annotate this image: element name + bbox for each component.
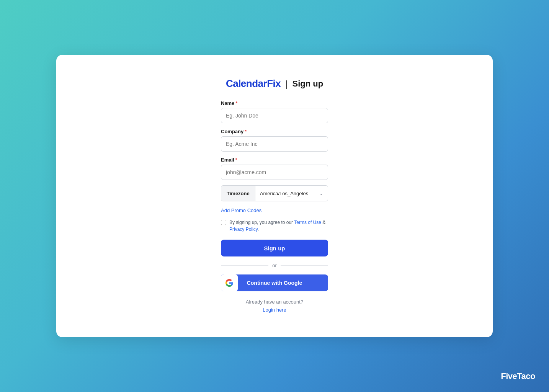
google-icon-box: [221, 274, 238, 291]
email-field-group: Email *: [221, 157, 328, 180]
name-input[interactable]: [221, 108, 328, 123]
name-label: Name *: [221, 100, 328, 106]
signup-card: CalendarFix | Sign up Name * Company * E…: [56, 55, 493, 337]
timezone-label: Timezone: [221, 186, 255, 201]
promo-codes-container: Add Promo Codes: [221, 207, 328, 214]
already-account-text: Already have an account? Login here: [246, 298, 303, 314]
brand-name: CalendarFix: [226, 78, 281, 90]
company-field-group: Company *: [221, 129, 328, 152]
divider-line-right: [281, 265, 328, 266]
form-container: CalendarFix | Sign up Name * Company * E…: [221, 78, 328, 314]
google-signin-button[interactable]: Continue with Google: [221, 274, 328, 291]
name-required-star: *: [235, 101, 237, 106]
signup-button[interactable]: Sign up: [221, 240, 328, 256]
or-text: or: [272, 263, 277, 268]
timezone-value: America/Los_Angeles: [260, 191, 308, 196]
terms-checkbox[interactable]: [221, 220, 226, 225]
name-field-group: Name *: [221, 100, 328, 123]
google-button-label: Continue with Google: [238, 280, 328, 286]
terms-row: By signing up, you agree to our Terms of…: [221, 219, 328, 233]
brand-header: CalendarFix | Sign up: [226, 78, 323, 90]
email-label: Email *: [221, 157, 328, 163]
privacy-policy-link[interactable]: Privacy Policy: [229, 227, 258, 232]
fivetaco-watermark: FiveTaco: [501, 371, 535, 381]
terms-of-use-link[interactable]: Terms of Use: [294, 220, 321, 225]
google-g-icon: [225, 279, 234, 287]
timezone-select[interactable]: America/Los_Angeles ⌄: [255, 186, 328, 201]
company-input[interactable]: [221, 136, 328, 152]
page-title: Sign up: [292, 79, 323, 89]
brand-separator: |: [285, 78, 288, 89]
email-input[interactable]: [221, 165, 328, 180]
email-required-star: *: [235, 157, 237, 163]
chevron-down-icon: ⌄: [319, 191, 323, 196]
or-divider: or: [221, 263, 328, 268]
company-label: Company *: [221, 129, 328, 134]
timezone-row: Timezone America/Los_Angeles ⌄: [221, 185, 328, 201]
login-link[interactable]: Login here: [246, 306, 303, 314]
terms-text: By signing up, you agree to our Terms of…: [229, 219, 325, 233]
promo-codes-link[interactable]: Add Promo Codes: [221, 207, 261, 213]
divider-line-left: [221, 265, 268, 266]
company-required-star: *: [245, 129, 247, 134]
